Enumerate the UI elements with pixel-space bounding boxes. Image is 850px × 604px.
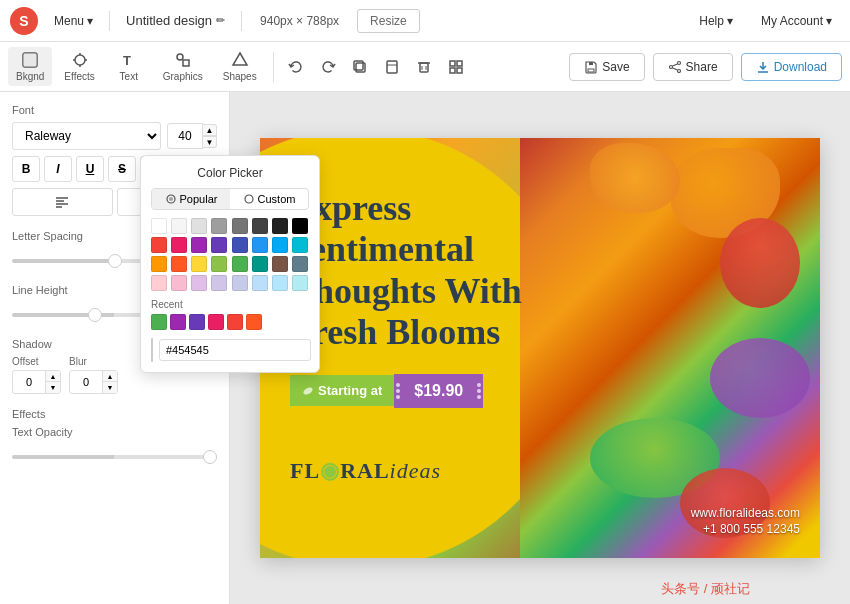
design-title-button[interactable]: Untitled design ✏ [118, 9, 233, 32]
color-cyan-light[interactable] [292, 275, 308, 291]
share-button[interactable]: Share [653, 53, 733, 81]
italic-button[interactable]: I [44, 156, 72, 182]
offset-label: Offset [12, 356, 61, 367]
color-gray-100[interactable] [171, 218, 187, 234]
color-cyan[interactable] [292, 237, 308, 253]
popular-tab-icon [165, 193, 177, 205]
color-white[interactable] [151, 218, 167, 234]
color-gray-600[interactable] [232, 218, 248, 234]
color-blue-grey[interactable] [292, 256, 308, 272]
effects-label: Effects [12, 408, 217, 420]
color-hex-input[interactable] [159, 339, 311, 361]
offset-down[interactable]: ▼ [46, 382, 60, 393]
save-button[interactable]: Save [569, 53, 644, 81]
blur-up[interactable]: ▲ [103, 371, 117, 382]
delete-button[interactable] [410, 53, 438, 81]
blur-down[interactable]: ▼ [103, 382, 117, 393]
toolbar-shapes[interactable]: Shapes [215, 47, 265, 86]
color-pink-light[interactable] [171, 275, 187, 291]
popular-tab[interactable]: Popular [152, 189, 230, 209]
canvas-size-button[interactable]: 940px × 788px [250, 10, 349, 32]
color-purple[interactable] [191, 237, 207, 253]
toolbar-effects[interactable]: Effects [56, 47, 102, 86]
price-badge[interactable]: $19.90 [402, 374, 475, 408]
bold-button[interactable]: B [12, 156, 40, 182]
svg-rect-23 [589, 62, 593, 65]
text-opacity-slider-container [12, 444, 217, 466]
resize-button[interactable]: Resize [357, 9, 420, 33]
color-deep-purple-light[interactable] [211, 275, 227, 291]
copy-button[interactable] [346, 53, 374, 81]
color-red[interactable] [151, 237, 167, 253]
recent-color-5[interactable] [227, 314, 243, 330]
color-picker-tabs: Popular Custom [151, 188, 309, 210]
offset-spinner: ▲ ▼ [45, 371, 60, 393]
color-light-green[interactable] [211, 256, 227, 272]
color-blue-light[interactable] [252, 275, 268, 291]
font-size-down[interactable]: ▼ [203, 136, 217, 148]
color-light-blue-light[interactable] [272, 275, 288, 291]
color-red-light[interactable] [151, 275, 167, 291]
color-indigo[interactable] [232, 237, 248, 253]
canvas-headline[interactable]: ExpressSentimentalThoughts WithFresh Blo… [290, 188, 540, 354]
color-teal[interactable] [252, 256, 268, 272]
color-orange[interactable] [151, 256, 167, 272]
svg-rect-13 [387, 61, 397, 73]
color-light-blue[interactable] [272, 237, 288, 253]
color-blue[interactable] [252, 237, 268, 253]
svg-point-2 [75, 55, 85, 65]
color-brown[interactable] [272, 256, 288, 272]
text-opacity-slider[interactable] [12, 455, 217, 459]
color-gray-200[interactable] [191, 218, 207, 234]
nav-divider-2 [241, 11, 242, 31]
color-gray-800[interactable] [252, 218, 268, 234]
strikethrough-button[interactable]: S [108, 156, 136, 182]
recent-color-3[interactable] [189, 314, 205, 330]
color-black[interactable] [292, 218, 308, 234]
blur-spinner: ▲ ▼ [102, 371, 117, 393]
font-size-up[interactable]: ▲ [203, 124, 217, 136]
svg-rect-1 [23, 53, 37, 67]
offset-up[interactable]: ▲ [46, 371, 60, 382]
undo-button[interactable] [282, 53, 310, 81]
download-button[interactable]: Download [741, 53, 842, 81]
color-pink[interactable] [171, 237, 187, 253]
color-yellow[interactable] [191, 256, 207, 272]
font-size-input[interactable] [167, 123, 203, 149]
color-green[interactable] [232, 256, 248, 272]
blur-input[interactable] [70, 373, 102, 391]
color-deep-orange[interactable] [171, 256, 187, 272]
color-deep-purple[interactable] [211, 237, 227, 253]
color-gray-900[interactable] [272, 218, 288, 234]
undo-icon [288, 59, 304, 75]
custom-tab[interactable]: Custom [230, 189, 308, 209]
recent-color-1[interactable] [151, 314, 167, 330]
design-canvas[interactable]: ExpressSentimentalThoughts WithFresh Blo… [260, 138, 820, 558]
main-layout: Font Raleway ▲ ▼ B I [0, 92, 850, 604]
color-preview[interactable] [151, 338, 153, 362]
toolbar-bkgnd[interactable]: Bkgnd [8, 47, 52, 86]
color-gray-400[interactable] [211, 218, 227, 234]
toolbar-graphics[interactable]: Graphics [155, 47, 211, 86]
canvas-logo[interactable]: FL◉RALideas [290, 458, 540, 484]
color-indigo-light[interactable] [232, 275, 248, 291]
help-button[interactable]: Help ▾ [691, 10, 741, 32]
menu-button[interactable]: Menu ▾ [46, 10, 101, 32]
font-select[interactable]: Raleway [12, 122, 161, 150]
paste-button[interactable] [378, 53, 406, 81]
offset-input[interactable] [13, 373, 45, 391]
grid-button[interactable] [442, 53, 470, 81]
nav-right: Help ▾ My Account ▾ [691, 10, 840, 32]
recent-color-4[interactable] [208, 314, 224, 330]
recent-color-6[interactable] [246, 314, 262, 330]
account-button[interactable]: My Account ▾ [753, 10, 840, 32]
app-logo[interactable]: S [10, 7, 38, 35]
recent-color-2[interactable] [170, 314, 186, 330]
starting-at-label[interactable]: Starting at [290, 375, 394, 406]
redo-button[interactable] [314, 53, 342, 81]
design-title-text: Untitled design [126, 13, 212, 28]
color-purple-light[interactable] [191, 275, 207, 291]
toolbar-text[interactable]: T Text [107, 47, 151, 86]
align-left-button[interactable] [12, 188, 113, 216]
underline-button[interactable]: U [76, 156, 104, 182]
